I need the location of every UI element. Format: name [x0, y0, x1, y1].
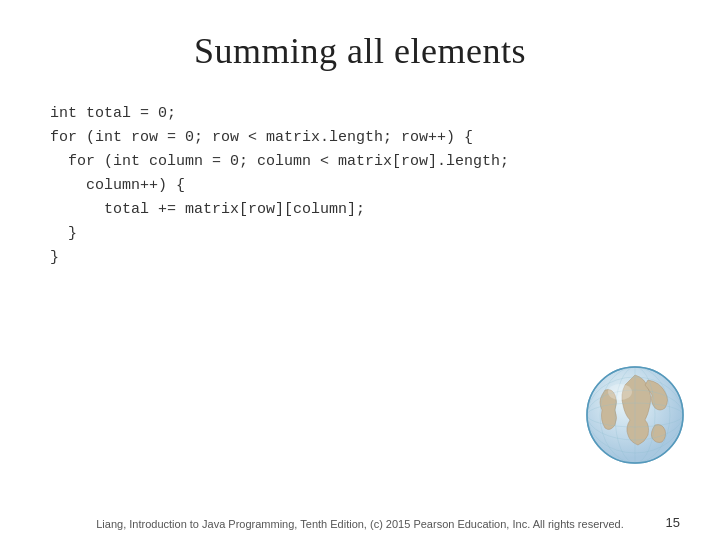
page-number: 15	[666, 515, 680, 530]
slide: Summing all elements int total = 0; for …	[0, 0, 720, 540]
slide-title: Summing all elements	[40, 30, 680, 72]
code-block: int total = 0; for (int row = 0; row < m…	[50, 102, 680, 270]
footer-text: Liang, Introduction to Java Programming,…	[60, 518, 660, 530]
footer: Liang, Introduction to Java Programming,…	[0, 518, 720, 530]
svg-point-9	[608, 384, 632, 400]
globe-illustration	[580, 360, 690, 470]
